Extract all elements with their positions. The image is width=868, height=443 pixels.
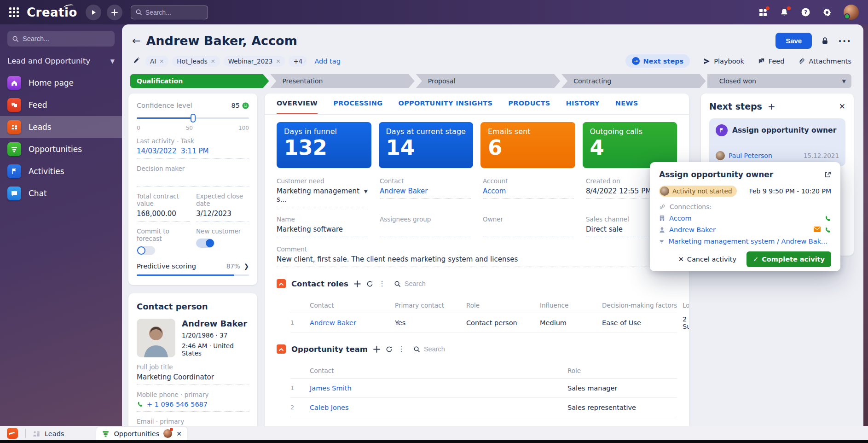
close-panel-icon[interactable]: ✕ — [839, 102, 845, 111]
section-search[interactable] — [413, 345, 475, 353]
creatio-taskbar-icon[interactable] — [7, 428, 18, 439]
job-title-value[interactable]: Marketing Coordinator — [137, 373, 249, 385]
column-header[interactable]: Loyalty — [683, 302, 689, 309]
new-customer-toggle[interactable] — [196, 239, 214, 248]
stage-qualification[interactable]: Qualification — [130, 74, 269, 88]
contact-link[interactable]: James Smith — [310, 385, 567, 392]
taskbar-tab-opportunities[interactable]: Opportunities ✕ — [96, 427, 187, 440]
sidebar-item-feed[interactable]: Feed — [0, 94, 122, 116]
lock-icon[interactable] — [821, 37, 829, 45]
more-actions-button[interactable]: ··· — [838, 35, 851, 47]
edit-tags-icon[interactable] — [133, 58, 140, 64]
sidebar-item-activities[interactable]: Activities — [0, 160, 122, 182]
phone-icon[interactable] — [824, 215, 831, 222]
open-record-icon[interactable] — [824, 171, 831, 178]
app-launcher-icon[interactable] — [9, 7, 19, 17]
remove-tag-icon[interactable]: × — [211, 58, 215, 64]
next-steps-toggle[interactable]: → Next steps — [625, 54, 690, 68]
back-button[interactable]: ← — [132, 35, 140, 47]
column-header[interactable]: Contact — [310, 302, 395, 309]
close-tab-icon[interactable]: ✕ — [176, 430, 182, 437]
tab-products[interactable]: PRODUCTS — [508, 93, 550, 114]
collapse-section-icon[interactable] — [277, 279, 286, 288]
expected-close-date[interactable]: 3/12/2023 — [196, 210, 249, 222]
commit-to-forecast-toggle[interactable] — [137, 246, 155, 255]
taskbar-item-leads[interactable]: Leads — [32, 430, 64, 438]
contact-photo[interactable] — [137, 319, 175, 357]
mobile-phone-value[interactable]: + 1 096 546 5687 — [147, 401, 208, 408]
refresh-icon[interactable] — [386, 346, 393, 353]
table-row[interactable]: 1 James Smith Sales manager — [290, 379, 677, 398]
stage-contracting[interactable]: Contracting — [561, 74, 706, 88]
sidebar-item-home[interactable]: Home page — [0, 72, 122, 94]
workspace-selector[interactable]: Lead and Opportunity ▼ — [7, 57, 115, 65]
contact-link[interactable]: Andrew Baker — [310, 319, 395, 326]
last-activity-time[interactable]: 3:11 PM — [181, 147, 208, 155]
tag-pill[interactable]: AI× — [145, 56, 168, 67]
owner-link[interactable]: Paul Peterson — [729, 152, 772, 159]
table-row[interactable]: 2 Caleb Jones Sales representative — [290, 398, 677, 417]
chevron-right-icon[interactable]: ❯ — [244, 262, 249, 270]
kebab-menu-icon[interactable]: ⋮ — [398, 345, 405, 353]
tag-pill[interactable]: Webinar_2023× — [224, 56, 285, 67]
more-tags-pill[interactable]: +4 — [289, 56, 307, 67]
contact-name[interactable]: Andrew Baker — [182, 319, 249, 328]
tab-processing[interactable]: PROCESSING — [333, 93, 382, 114]
add-tag-link[interactable]: Add tag — [314, 58, 340, 65]
slider-handle[interactable] — [191, 114, 196, 122]
confidence-slider[interactable] — [137, 114, 249, 122]
column-header[interactable]: Decision-making factors — [602, 302, 683, 309]
settings-gear-icon[interactable] — [822, 8, 832, 17]
contact-link[interactable]: Andrew Baker — [380, 187, 428, 195]
refresh-icon[interactable] — [366, 280, 373, 287]
column-header[interactable]: Primary contact — [395, 302, 466, 309]
chevron-down-icon[interactable]: ▼ — [842, 78, 846, 84]
column-header[interactable]: Influence — [540, 302, 602, 309]
cancel-activity-button[interactable]: ✕ Cancel activity — [678, 256, 736, 263]
envelope-icon[interactable] — [814, 227, 821, 232]
global-search[interactable] — [131, 6, 208, 19]
column-header[interactable]: Contact — [310, 367, 567, 374]
next-step-card[interactable]: Assign opportunity owner Paul Peterson 1… — [709, 118, 845, 166]
stage-presentation[interactable]: Presentation — [270, 74, 414, 88]
remove-tag-icon[interactable]: × — [159, 58, 164, 64]
predictive-scoring-row[interactable]: Predictive scoring 87%❯ — [137, 262, 249, 270]
owner-field[interactable] — [483, 225, 574, 237]
attachments-button[interactable]: Attachments — [798, 58, 851, 65]
tab-news[interactable]: NEWS — [615, 93, 638, 114]
stage-closed-won[interactable]: Closed won▼ — [707, 74, 851, 88]
complete-activity-button[interactable]: ✓ Complete acivity — [746, 251, 831, 267]
run-process-button[interactable] — [86, 5, 101, 20]
sidebar-item-leads[interactable]: Leads — [0, 116, 122, 138]
section-search[interactable] — [394, 280, 455, 287]
decision-maker-field[interactable] — [137, 175, 249, 187]
help-icon[interactable]: ? — [801, 7, 810, 17]
save-button[interactable]: Save — [775, 33, 812, 49]
assignees-group-field[interactable] — [380, 225, 471, 237]
total-contract-value[interactable]: 168,000.00 — [137, 210, 190, 222]
collapse-section-icon[interactable] — [277, 344, 286, 354]
last-activity-date[interactable]: 14/03/2022 — [137, 147, 176, 155]
section-search-input[interactable] — [405, 280, 455, 287]
user-avatar[interactable] — [844, 5, 859, 20]
sidebar-search-input[interactable] — [23, 35, 101, 42]
add-record-button[interactable] — [107, 5, 122, 20]
add-row-icon[interactable] — [373, 346, 380, 353]
stage-proposal[interactable]: Proposal — [416, 74, 560, 88]
column-header[interactable]: Role — [567, 367, 677, 374]
kebab-menu-icon[interactable]: ⋮ — [379, 280, 386, 288]
connection-link[interactable]: Marketing management system / Andrew Bak… — [668, 238, 831, 245]
add-row-icon[interactable] — [354, 280, 361, 287]
column-header[interactable]: Role — [466, 302, 540, 309]
phone-icon[interactable] — [824, 227, 831, 233]
add-step-icon[interactable]: + — [768, 101, 775, 112]
tag-pill[interactable]: Hot_leads× — [172, 56, 220, 67]
tab-history[interactable]: HISTORY — [566, 93, 600, 114]
contact-link[interactable]: Caleb Jones — [310, 404, 567, 411]
sidebar-search[interactable] — [7, 31, 115, 47]
sidebar-item-opportunities[interactable]: Opportunities — [0, 138, 122, 160]
remove-tag-icon[interactable]: × — [276, 58, 280, 64]
name-value[interactable]: Marketing software — [277, 225, 368, 237]
customer-need-select[interactable]: ▼Marketing management s... — [277, 187, 368, 207]
account-link[interactable]: Accom — [483, 187, 506, 195]
